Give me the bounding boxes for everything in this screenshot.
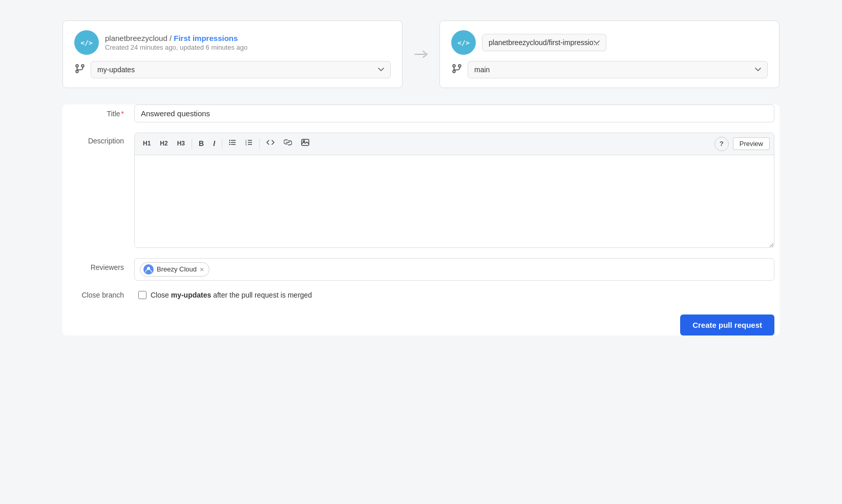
description-body[interactable] xyxy=(135,155,774,247)
right-repo-header: </> planetbreezycloud/first-impressio... xyxy=(451,30,768,55)
reviewer-avatar xyxy=(143,264,154,275)
description-editor: H1 H2 H3 B I xyxy=(134,133,774,248)
description-label: Description xyxy=(68,133,134,145)
left-repo-avatar: </> xyxy=(74,30,99,55)
page-container: </> planetbreezycloud / First impression… xyxy=(62,10,780,346)
reviewer-remove-btn[interactable]: × xyxy=(200,266,204,273)
svg-text:3.: 3. xyxy=(245,143,247,145)
toolbar-ul-btn[interactable] xyxy=(225,137,240,151)
close-branch-checkbox[interactable] xyxy=(138,291,146,299)
svg-point-10 xyxy=(229,142,230,143)
arrow-divider xyxy=(403,48,439,60)
left-repo-header: </> planetbreezycloud / First impression… xyxy=(74,30,391,55)
right-repo-info: planetbreezycloud/first-impressio... xyxy=(482,34,768,51)
right-repo-card: </> planetbreezycloud/first-impressio... xyxy=(439,20,780,88)
toolbar-code-btn[interactable] xyxy=(262,137,279,151)
left-branch-icon xyxy=(74,63,86,77)
description-row: Description H1 H2 H3 B I xyxy=(62,133,780,248)
reviewer-tag: Breezy Cloud × xyxy=(140,262,209,277)
toolbar-italic-btn[interactable]: I xyxy=(209,136,219,152)
close-branch-label: Close branch xyxy=(68,291,134,299)
toolbar-link-btn[interactable] xyxy=(280,137,296,151)
description-editor-wrap: H1 H2 H3 B I xyxy=(134,133,774,248)
svg-point-12 xyxy=(229,144,230,145)
create-pr-button[interactable]: Create pull request xyxy=(680,314,774,335)
reviewer-name: Breezy Cloud xyxy=(157,265,197,273)
left-repo-info: planetbreezycloud / First impressions Cr… xyxy=(105,34,391,51)
title-label: Title* xyxy=(68,104,134,118)
right-branch-row: main xyxy=(451,61,768,78)
right-repo-avatar: </> xyxy=(451,30,476,55)
svg-point-8 xyxy=(229,140,230,141)
left-repo-meta: Created 24 minutes ago, updated 6 minute… xyxy=(105,44,391,51)
toolbar-preview-btn[interactable]: Preview xyxy=(733,137,770,150)
close-branch-name: my-updates xyxy=(171,291,212,299)
title-row: Title* xyxy=(62,104,780,122)
left-repo-name: planetbreezycloud / First impressions xyxy=(105,34,391,43)
toolbar-h3-btn[interactable]: H3 xyxy=(173,137,189,151)
repo-panels: </> planetbreezycloud / First impression… xyxy=(62,20,780,88)
toolbar-sep-2 xyxy=(222,139,222,149)
toolbar-sep-3 xyxy=(259,139,260,149)
reviewers-label: Reviewers xyxy=(68,258,134,271)
title-input-wrap xyxy=(134,104,774,122)
reviewers-input[interactable]: Breezy Cloud × xyxy=(134,258,774,281)
editor-toolbar: H1 H2 H3 B I xyxy=(135,133,774,155)
toolbar-image-btn[interactable] xyxy=(297,136,313,151)
reviewers-input-wrap: Breezy Cloud × xyxy=(134,258,774,281)
toolbar-h1-btn[interactable]: H1 xyxy=(139,137,155,151)
right-branch-icon xyxy=(451,63,462,77)
left-repo-link[interactable]: First impressions xyxy=(174,34,238,43)
title-required-star: * xyxy=(121,110,124,118)
form-section: Title* Description H1 H2 H3 B I xyxy=(62,104,780,335)
toolbar-ol-btn[interactable]: 1. 2. 3. xyxy=(241,137,257,151)
title-input[interactable] xyxy=(134,104,774,122)
submit-row: Create pull request xyxy=(62,309,780,335)
toolbar-sep-1 xyxy=(192,139,192,149)
toolbar-h2-btn[interactable]: H2 xyxy=(156,137,172,151)
reviewers-row: Reviewers Breezy Cloud × xyxy=(62,258,780,281)
toolbar-bold-btn[interactable]: B xyxy=(195,136,208,152)
close-branch-row: Close branch Close my-updates after the … xyxy=(62,291,780,299)
close-branch-text: Close my-updates after the pull request … xyxy=(151,291,312,299)
left-repo-card: </> planetbreezycloud / First impression… xyxy=(62,20,403,88)
toolbar-help-btn[interactable]: ? xyxy=(714,137,729,151)
right-branch-select[interactable]: main xyxy=(468,61,768,78)
right-repo-select[interactable]: planetbreezycloud/first-impressio... xyxy=(482,34,606,51)
left-branch-row: my-updates xyxy=(74,61,391,78)
left-branch-select[interactable]: my-updates xyxy=(91,61,391,78)
